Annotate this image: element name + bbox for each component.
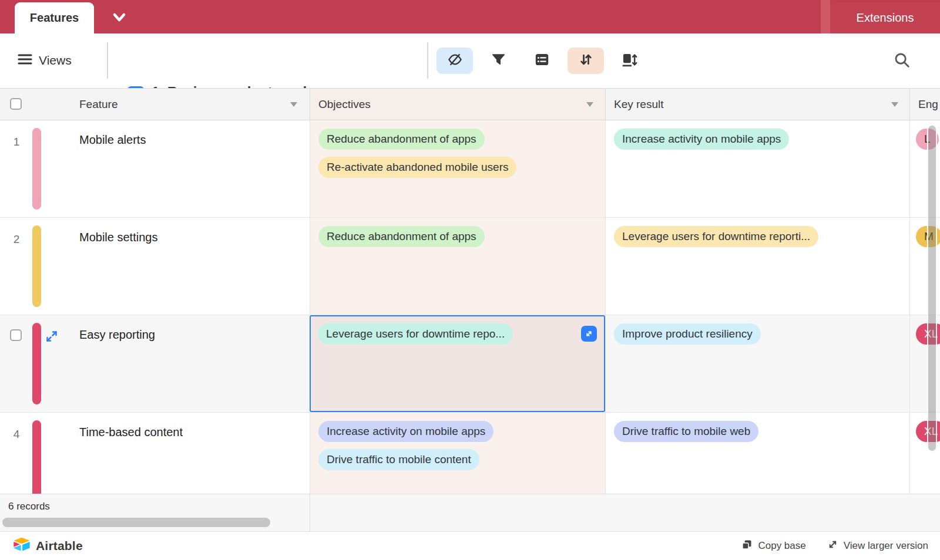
airtable-logo-icon bbox=[13, 537, 31, 555]
view-toolbar: Views 1. Review product roadmap ··· bbox=[0, 33, 940, 88]
column-label: Objectives bbox=[318, 98, 371, 111]
expand-arrows-icon bbox=[827, 539, 838, 553]
key-result-cell[interactable]: Leverage users for downtime reporti... bbox=[605, 218, 909, 315]
column-header-feature[interactable]: Feature bbox=[0, 89, 310, 120]
table-row[interactable]: 2 Mobile settings Reduce abandonment of … bbox=[0, 218, 940, 315]
row-color-bar bbox=[32, 323, 41, 404]
key-result-cell[interactable]: Improve product resiliency bbox=[605, 315, 909, 412]
vertical-scrollbar[interactable] bbox=[927, 124, 937, 452]
key-result-cell[interactable]: Increase activity on mobile apps bbox=[605, 120, 909, 217]
search-button[interactable] bbox=[888, 48, 915, 74]
toolbar-divider bbox=[427, 42, 428, 79]
expand-record-icon[interactable] bbox=[45, 329, 59, 346]
airtable-embed: Features Extensions Views bbox=[0, 0, 940, 560]
search-icon bbox=[893, 51, 911, 71]
sort-button[interactable] bbox=[568, 48, 604, 74]
grid-header: Feature Objectives Key result Eng bbox=[0, 88, 940, 120]
embed-footer: Airtable Copy base Vi bbox=[0, 531, 940, 560]
column-header-eng[interactable]: Eng bbox=[909, 89, 940, 120]
row-height-icon bbox=[622, 52, 638, 70]
row-checkbox[interactable] bbox=[10, 329, 22, 341]
toolbar-divider bbox=[107, 42, 108, 79]
tab-extensions[interactable]: Extensions bbox=[830, 2, 940, 33]
top-bar: Features Extensions bbox=[0, 0, 940, 33]
column-menu-chevron-icon[interactable] bbox=[290, 102, 297, 107]
table-row[interactable]: Easy reporting Leverage users for downti… bbox=[0, 315, 940, 413]
objective-pill: Leverage users for downtime repo... bbox=[318, 323, 513, 345]
group-icon bbox=[534, 52, 550, 70]
views-hamburger-icon bbox=[18, 53, 32, 69]
tab-divider bbox=[821, 0, 830, 33]
row-number: 1 bbox=[5, 136, 28, 149]
views-label: Views bbox=[39, 53, 72, 68]
column-menu-chevron-icon[interactable] bbox=[891, 102, 898, 107]
column-divider bbox=[310, 494, 310, 532]
objective-pill: Reduce abandonment of apps bbox=[318, 226, 485, 247]
grid-body: 1 Mobile alerts Reduce abandonment of ap… bbox=[0, 120, 940, 494]
column-header-key-result[interactable]: Key result bbox=[605, 89, 909, 120]
column-label: Eng bbox=[918, 98, 938, 111]
tab-features[interactable]: Features bbox=[15, 2, 94, 33]
table-row[interactable]: 4 Time-based content Increase activity o… bbox=[0, 413, 940, 494]
filter-button[interactable] bbox=[485, 48, 512, 74]
objective-pill: Reduce abandonment of apps bbox=[318, 129, 485, 150]
column-label: Key result bbox=[614, 98, 663, 111]
row-number: 4 bbox=[5, 428, 28, 441]
hide-fields-button[interactable] bbox=[437, 48, 473, 74]
filter-icon bbox=[491, 52, 506, 70]
row-height-button[interactable] bbox=[616, 48, 643, 74]
row-color-bar bbox=[32, 128, 41, 210]
view-larger-button[interactable]: View larger version bbox=[827, 539, 928, 553]
column-label: Feature bbox=[79, 98, 118, 111]
copy-icon bbox=[741, 539, 753, 554]
copy-base-label: Copy base bbox=[758, 540, 805, 552]
chevron-down-icon[interactable] bbox=[109, 10, 129, 28]
key-result-cell[interactable]: Drive traffic to mobile web bbox=[605, 413, 909, 494]
objective-pill: Drive traffic to mobile content bbox=[318, 449, 479, 470]
objective-pill: Re-activate abandoned mobile users bbox=[318, 157, 516, 178]
row-color-bar bbox=[32, 225, 41, 307]
feature-cell[interactable]: Mobile alerts bbox=[79, 133, 146, 147]
status-bar: 6 records bbox=[0, 494, 940, 531]
feature-cell[interactable]: Time-based content bbox=[79, 426, 183, 439]
row-color-bar bbox=[32, 420, 41, 494]
key-result-pill: Increase activity on mobile apps bbox=[614, 129, 789, 150]
airtable-brand-name: Airtable bbox=[36, 539, 83, 553]
records-count: 6 records bbox=[8, 501, 50, 512]
feature-cell[interactable]: Easy reporting bbox=[79, 328, 155, 342]
key-result-pill: Leverage users for downtime reporti... bbox=[614, 226, 818, 247]
views-button[interactable]: Views bbox=[18, 48, 72, 73]
sort-icon bbox=[578, 52, 594, 70]
view-larger-label: View larger version bbox=[844, 540, 928, 552]
objective-pill: Increase activity on mobile apps bbox=[318, 421, 494, 442]
hide-fields-icon bbox=[447, 52, 463, 70]
airtable-brand[interactable]: Airtable bbox=[13, 537, 83, 555]
select-all-checkbox[interactable] bbox=[10, 98, 22, 110]
expand-cell-button[interactable] bbox=[581, 326, 597, 342]
copy-base-button[interactable]: Copy base bbox=[741, 539, 805, 554]
column-menu-chevron-icon[interactable] bbox=[586, 102, 593, 107]
group-button[interactable] bbox=[529, 48, 555, 74]
key-result-pill: Drive traffic to mobile web bbox=[614, 421, 758, 442]
objectives-cell[interactable]: Increase activity on mobile apps Drive t… bbox=[310, 413, 605, 494]
key-result-pill: Improve product resiliency bbox=[614, 323, 761, 345]
objectives-cell-selected[interactable]: Leverage users for downtime repo... bbox=[310, 315, 605, 412]
horizontal-scrollbar[interactable] bbox=[2, 518, 270, 527]
objectives-cell[interactable]: Reduce abandonment of apps Re-activate a… bbox=[310, 120, 605, 217]
column-header-objectives[interactable]: Objectives bbox=[310, 89, 605, 120]
objectives-cell[interactable]: Reduce abandonment of apps bbox=[310, 218, 605, 315]
feature-cell[interactable]: Mobile settings bbox=[79, 231, 157, 244]
row-number: 2 bbox=[5, 233, 28, 246]
table-row[interactable]: 1 Mobile alerts Reduce abandonment of ap… bbox=[0, 120, 940, 218]
